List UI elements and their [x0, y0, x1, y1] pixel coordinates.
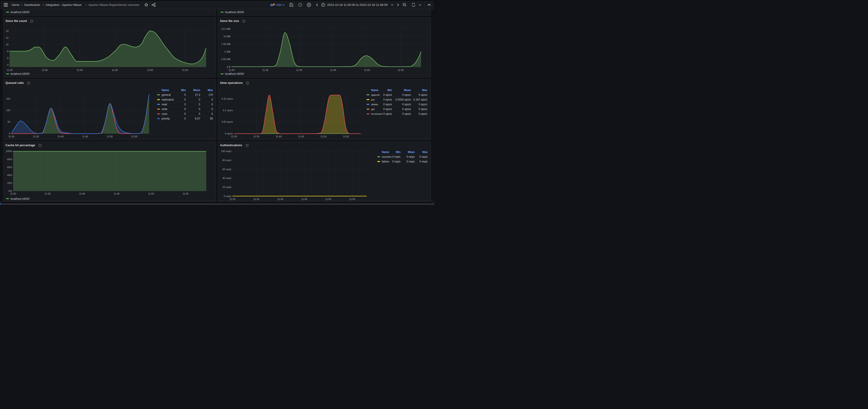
svg-text:11:35: 11:35 — [253, 135, 259, 138]
svg-text:11:40: 11:40 — [276, 135, 282, 138]
svg-text:10 MB: 10 MB — [223, 35, 230, 38]
svg-text:0.0333 ops/s: 0.0333 ops/s — [395, 98, 411, 101]
svg-text:20 req/s: 20 req/s — [222, 186, 231, 188]
svg-text:0 ops/s: 0 ops/s — [418, 93, 428, 96]
svg-text:11:50: 11:50 — [325, 197, 331, 200]
svg-text:11:45: 11:45 — [82, 135, 88, 138]
svg-text:11:30: 11:30 — [10, 192, 16, 195]
svg-text:Name: Name — [382, 150, 389, 153]
svg-text:20%: 20% — [7, 182, 12, 184]
svg-text:11:40: 11:40 — [76, 69, 83, 71]
svg-text:0 ops/s: 0 ops/s — [418, 112, 428, 116]
svg-text:0.1 ops/s: 0.1 ops/s — [223, 109, 233, 112]
svg-text:0 ops/s: 0 ops/s — [402, 103, 411, 106]
svg-text:Store file size: Store file size — [220, 19, 239, 23]
svg-text:11:45: 11:45 — [114, 192, 120, 195]
svg-text:11:35: 11:35 — [253, 197, 259, 200]
svg-text:0 req/s: 0 req/s — [419, 160, 428, 163]
svg-text:11:55: 11:55 — [182, 69, 188, 71]
svg-text:Slow operations: Slow operations — [220, 81, 243, 85]
svg-text:0 req/s: 0 req/s — [392, 155, 401, 158]
svg-text:Integration - Apache HBase: Integration - Apache HBase — [46, 3, 82, 6]
svg-text:get: get — [371, 108, 375, 111]
svg-text:11:35: 11:35 — [44, 192, 51, 195]
svg-text:100%: 100% — [6, 150, 12, 153]
svg-text:0 req/s: 0 req/s — [406, 155, 415, 158]
svg-text:60%: 60% — [7, 166, 12, 168]
svg-text:increment: increment — [371, 113, 382, 115]
svg-text:11:30: 11:30 — [229, 197, 236, 200]
svg-text:80%: 80% — [7, 158, 12, 160]
svg-text:11:45: 11:45 — [112, 69, 118, 71]
svg-text:localhost:16030: localhost:16030 — [10, 11, 29, 14]
svg-text:7.50 MB: 7.50 MB — [221, 43, 230, 45]
svg-text:0 req/s: 0 req/s — [392, 160, 401, 163]
svg-text:10: 10 — [6, 43, 8, 46]
svg-text:11:45: 11:45 — [298, 135, 304, 138]
svg-text:0: 0 — [211, 103, 213, 106]
svg-text:11:50: 11:50 — [147, 69, 153, 71]
svg-text:0 ops/s: 0 ops/s — [418, 103, 428, 106]
svg-text:0 req/s: 0 req/s — [406, 160, 415, 163]
svg-text:11:55: 11:55 — [343, 135, 349, 138]
svg-text:localhost:16030: localhost:16030 — [225, 11, 244, 14]
svg-text:5 MB: 5 MB — [225, 51, 230, 53]
svg-text:11:50: 11:50 — [320, 135, 327, 138]
svg-text:general: general — [162, 93, 170, 96]
svg-text:Name: Name — [162, 88, 169, 92]
svg-text:Max: Max — [208, 88, 213, 92]
svg-text:11:40: 11:40 — [79, 192, 85, 195]
svg-text:Max: Max — [423, 150, 428, 153]
svg-text:11:50: 11:50 — [107, 135, 113, 138]
svg-text:priority: priority — [162, 117, 170, 120]
svg-text:0: 0 — [184, 103, 186, 106]
svg-text:Name: Name — [371, 88, 379, 92]
svg-text:Cache hit percentage: Cache hit percentage — [5, 144, 35, 147]
svg-text:0 ops/s: 0 ops/s — [383, 107, 392, 111]
svg-text:0.15 ops/s: 0.15 ops/s — [221, 97, 233, 100]
svg-text:0: 0 — [199, 107, 200, 111]
svg-text:0.05 ops/s: 0.05 ops/s — [221, 120, 233, 123]
svg-text:Authentications: Authentications — [220, 144, 242, 147]
svg-text:localhost:16030: localhost:16030 — [10, 197, 29, 200]
svg-text:11:35: 11:35 — [41, 69, 48, 71]
svg-text:27.3: 27.3 — [195, 93, 200, 96]
svg-text:0 ops/s: 0 ops/s — [418, 107, 428, 111]
svg-text:read: read — [162, 103, 167, 106]
svg-text:11:35: 11:35 — [262, 69, 268, 71]
svg-text:11:40: 11:40 — [296, 69, 302, 71]
svg-text:11:30: 11:30 — [8, 135, 14, 138]
svg-text:11:30: 11:30 — [231, 135, 237, 138]
svg-text:0: 0 — [211, 107, 213, 111]
svg-text:Home: Home — [11, 3, 20, 6]
svg-text:55: 55 — [210, 117, 213, 120]
svg-text:Apache HBase RegionServer over: Apache HBase RegionServer overview — [88, 3, 139, 6]
svg-text:Mean: Mean — [193, 88, 200, 92]
svg-text:0: 0 — [199, 103, 200, 106]
svg-text:0: 0 — [211, 112, 213, 116]
svg-text:11:55: 11:55 — [349, 197, 355, 200]
svg-text:Dashboards: Dashboards — [24, 3, 40, 6]
svg-text:0: 0 — [184, 93, 186, 96]
svg-text:0: 0 — [184, 107, 186, 111]
svg-text:localhost:16030: localhost:16030 — [10, 72, 29, 75]
svg-text:Add: Add — [276, 3, 281, 6]
svg-text:40%: 40% — [7, 174, 12, 177]
svg-text:14: 14 — [6, 30, 8, 32]
svg-text:0 ops/s: 0 ops/s — [402, 107, 411, 111]
svg-text:12: 12 — [6, 36, 8, 39]
svg-text:40 req/s: 40 req/s — [222, 177, 231, 180]
svg-text:11:30: 11:30 — [6, 69, 13, 71]
svg-text:2023-10-18 11:30:00 to 2023-10: 2023-10-18 11:30:00 to 2023-10-18 11:58:… — [327, 3, 388, 6]
svg-text:append: append — [371, 93, 380, 96]
svg-text:0 B: 0 B — [227, 66, 230, 68]
svg-text:0 ops/s: 0 ops/s — [383, 112, 392, 116]
svg-text:0 ops/s: 0 ops/s — [225, 132, 233, 135]
svg-text:2.50 MB: 2.50 MB — [221, 58, 230, 61]
svg-text:12.5 MB: 12.5 MB — [221, 28, 230, 30]
svg-text:0: 0 — [199, 98, 200, 101]
svg-text:scan: scan — [162, 112, 167, 116]
svg-text:0 ops/s: 0 ops/s — [402, 112, 411, 116]
svg-text:localhost:16030: localhost:16030 — [225, 72, 244, 75]
svg-text:0: 0 — [9, 132, 10, 135]
